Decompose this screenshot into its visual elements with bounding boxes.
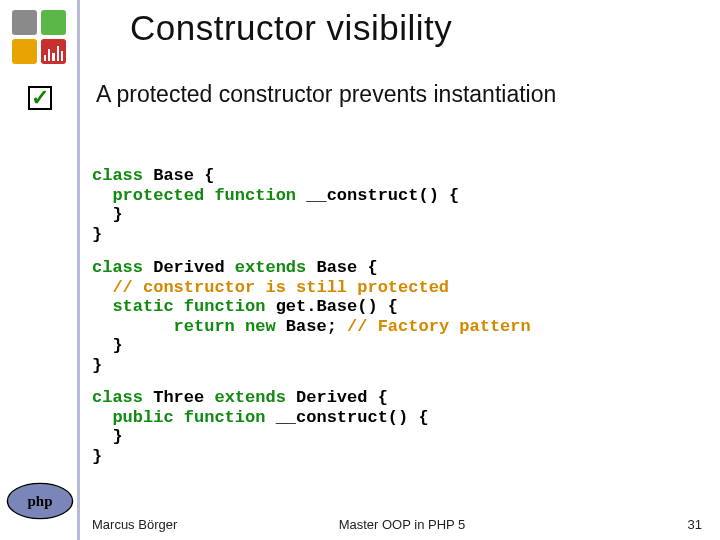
app-logo xyxy=(12,10,68,66)
code-block-2: class Derived extends Base { // construc… xyxy=(92,258,531,375)
page-number: 31 xyxy=(688,517,702,532)
footer: Marcus Börger Master OOP in PHP 5 31 xyxy=(92,517,712,532)
svg-text:php: php xyxy=(28,493,53,509)
sidebar: ✓ php xyxy=(0,0,80,540)
footer-title: Master OOP in PHP 5 xyxy=(339,517,466,532)
code-block-3: class Three extends Derived { public fun… xyxy=(92,388,429,466)
footer-author: Marcus Börger xyxy=(92,517,177,532)
code-block-1: class Base { protected function __constr… xyxy=(92,166,459,244)
bullet-checkbox: ✓ xyxy=(28,86,52,110)
slide-title: Constructor visibility xyxy=(130,8,452,48)
slide-subtitle: A protected constructor prevents instant… xyxy=(96,80,686,109)
php-logo: php xyxy=(6,482,74,520)
